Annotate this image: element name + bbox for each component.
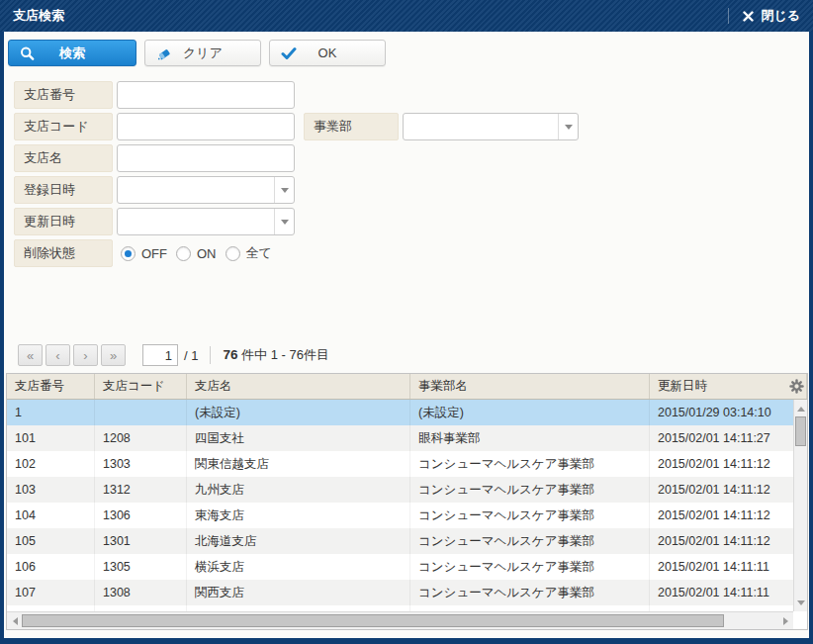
radio-all-label: 全て (246, 244, 272, 262)
pager-separator (210, 346, 211, 364)
horizontal-scrollbar-thumb[interactable] (22, 614, 724, 627)
result-count-number: 76 (223, 347, 237, 362)
result-count: 76 件中 1 - 76件目 (223, 346, 329, 364)
cell-updated: 2015/02/01 14:11:11 (650, 554, 793, 580)
cell-division: コンシューマヘルスケア事業部 (410, 451, 650, 477)
radio-off-label: OFF (141, 246, 167, 261)
ok-button-label: OK (318, 46, 337, 60)
cell-division: コンシューマヘルスケア事業部 (410, 580, 650, 605)
branch-code-label: 支店コード (14, 113, 113, 140)
branch-name-input[interactable] (117, 144, 295, 172)
first-page-button[interactable]: « (18, 344, 43, 366)
cell-code: 1301 (95, 528, 187, 554)
next-page-button[interactable]: › (73, 344, 98, 366)
search-button[interactable]: 検索 (8, 40, 136, 66)
radio-on[interactable]: ON (176, 246, 217, 261)
last-page-button[interactable]: » (101, 344, 126, 366)
dialog-body: 検索 クリア OK 支店番号 支店コード 事業部 支店名 登録日時 (4, 32, 809, 638)
cell-updated: 2015/02/01 14:11:27 (650, 425, 793, 451)
division-select[interactable] (403, 113, 579, 140)
table-row[interactable]: 103 1312 九州支店 コンシューマヘルスケア事業部 2015/02/01 … (7, 477, 793, 503)
cell-no: 102 (7, 451, 95, 477)
eraser-icon (156, 46, 172, 60)
col-branch-code[interactable]: 支店コード (95, 374, 187, 399)
cell-division: (未設定) (410, 400, 650, 425)
registered-at-arrow[interactable] (274, 177, 294, 203)
titlebar-separator (728, 8, 729, 24)
gear-icon[interactable] (789, 379, 804, 397)
cell-updated: 2015/02/01 14:11:11 (650, 580, 793, 605)
cell-division: コンシューマヘルスケア事業部 (410, 503, 650, 528)
scroll-down-button[interactable] (794, 596, 807, 609)
triangle-up-icon (797, 407, 805, 412)
cell-division: 眼科事業部 (410, 425, 650, 451)
vertical-scrollbar-thumb[interactable] (795, 416, 806, 446)
col-branch-number[interactable]: 支店番号 (7, 374, 95, 399)
table-row[interactable]: 102 1303 関東信越支店 コンシューマヘルスケア事業部 2015/02/0… (7, 451, 793, 477)
scroll-right-button[interactable] (778, 612, 792, 629)
horizontal-scrollbar[interactable] (7, 611, 793, 629)
triangle-right-icon (783, 617, 788, 625)
clear-button-label: クリア (183, 45, 223, 62)
grid-header: 支店番号 支店コード 支店名 事業部名 更新日時 (7, 374, 807, 400)
cell-name: 関東信越支店 (187, 451, 410, 477)
vertical-scrollbar[interactable] (793, 400, 807, 611)
grid-rows: 1 (未設定) (未設定) 2015/01/29 03:14:10 101 12… (7, 400, 793, 611)
radio-all-circle[interactable] (226, 246, 240, 261)
cell-no: 107 (7, 580, 95, 605)
chevron-down-icon (565, 125, 573, 130)
titlebar: 支店検索 閉じる (0, 0, 813, 32)
cell-no: 1 (7, 400, 95, 425)
delete-status-label: 削除状態 (14, 239, 113, 267)
radio-all[interactable]: 全て (226, 244, 272, 262)
table-row[interactable]: 101 1208 四国支社 眼科事業部 2015/02/01 14:11:27 (7, 425, 793, 451)
table-row[interactable]: 106 1305 横浜支店 コンシューマヘルスケア事業部 2015/02/01 … (7, 554, 793, 580)
cell-name: 東海支店 (187, 503, 410, 528)
col-branch-name[interactable]: 支店名 (187, 374, 410, 399)
table-row[interactable]: 1 (未設定) (未設定) 2015/01/29 03:14:10 (7, 400, 793, 425)
cell-no: 105 (7, 528, 95, 554)
radio-on-label: ON (197, 246, 217, 261)
cell-no: 103 (7, 477, 95, 503)
prev-page-button[interactable]: ‹ (45, 344, 70, 366)
updated-at-select[interactable] (117, 208, 295, 235)
updated-at-arrow[interactable] (274, 209, 294, 234)
search-button-label: 検索 (59, 45, 85, 62)
cell-name: 横浜支店 (187, 554, 410, 580)
cell-updated: 2015/02/01 14:11:12 (650, 477, 793, 503)
cell-code: 1303 (95, 451, 187, 477)
page-total-label: / 1 (184, 348, 198, 363)
cell-code: 1306 (95, 503, 187, 528)
close-label: 閉じる (761, 7, 800, 25)
table-row[interactable]: 105 1301 北海道支店 コンシューマヘルスケア事業部 2015/02/01… (7, 528, 793, 554)
registered-at-select[interactable] (117, 176, 295, 204)
radio-off[interactable]: OFF (121, 246, 167, 261)
cell-no: 101 (7, 425, 95, 451)
cell-name: (未設定) (187, 400, 410, 425)
close-button[interactable]: 閉じる (743, 7, 800, 25)
clear-button[interactable]: クリア (144, 40, 261, 66)
branch-code-input[interactable] (117, 113, 295, 140)
division-select-arrow[interactable] (558, 114, 578, 139)
col-updated-at[interactable]: 更新日時 (650, 374, 807, 399)
cell-updated: 2015/02/01 14:11:12 (650, 528, 793, 554)
radio-off-circle[interactable] (121, 246, 136, 261)
cell-name: 四国支社 (187, 425, 410, 451)
page-number-input[interactable] (142, 344, 178, 366)
ok-button[interactable]: OK (269, 40, 386, 66)
cell-division: コンシューマヘルスケア事業部 (410, 528, 650, 554)
scroll-up-button[interactable] (794, 402, 807, 415)
radio-on-circle[interactable] (176, 246, 191, 261)
table-row[interactable]: 104 1306 東海支店 コンシューマヘルスケア事業部 2015/02/01 … (7, 503, 793, 528)
table-row[interactable]: 107 1308 関西支店 コンシューマヘルスケア事業部 2015/02/01 … (7, 580, 793, 605)
triangle-left-icon (13, 617, 18, 625)
scroll-left-button[interactable] (8, 612, 22, 629)
cell-no: 104 (7, 503, 95, 528)
branch-number-label: 支店番号 (14, 81, 113, 109)
results-grid: 支店番号 支店コード 支店名 事業部名 更新日時 1 (未設定) (未設定) 2… (6, 373, 808, 630)
branch-search-dialog: 支店検索 閉じる 検索 クリア (0, 0, 813, 644)
col-division-name[interactable]: 事業部名 (410, 374, 650, 399)
cell-code: 1312 (95, 477, 187, 503)
branch-number-input[interactable] (117, 81, 295, 109)
search-icon (20, 46, 35, 60)
